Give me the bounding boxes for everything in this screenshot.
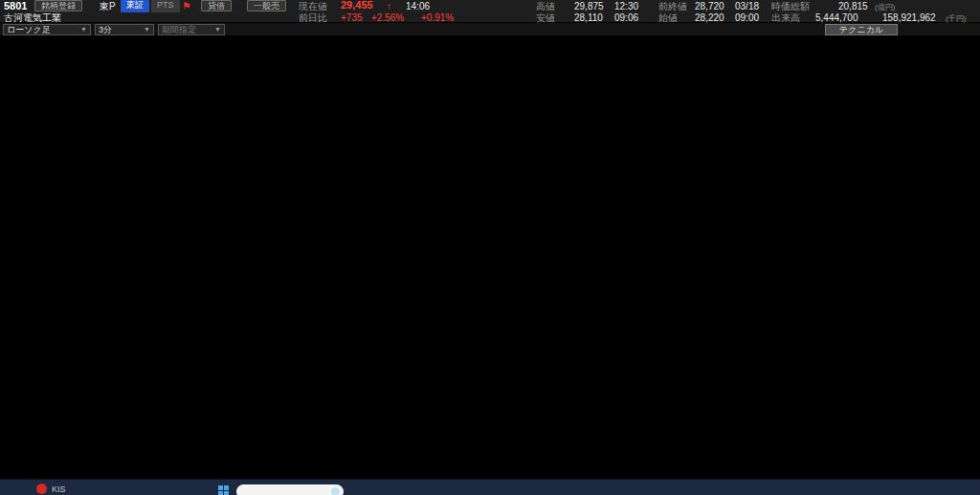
range-value: 期間指定 [162, 25, 196, 34]
high-time: 12:30 [614, 1, 638, 11]
news-flag-icon[interactable]: ⚑ [182, 1, 191, 11]
register-symbol-button[interactable]: 銘柄登録 [34, 0, 82, 11]
change-label: 前日比 [299, 12, 327, 23]
chart-toolbar: ローソク足▼ 3分▼ 期間指定▼ テクニカル [0, 23, 980, 36]
trading-app-window: 5801 銘柄登録 東P 東証 PTS ⚑ 貸借 一般売 現在値 29,455 … [0, 0, 980, 495]
high-label: 高値 [536, 1, 555, 11]
prev-close-date: 03/18 [735, 1, 759, 11]
margin-button[interactable]: 貸借 [201, 0, 232, 11]
open-label: 始値 [658, 12, 678, 23]
exchange-tab-pts[interactable]: PTS [151, 0, 180, 12]
volume-label: 出来高 [771, 12, 800, 23]
indicator-legend [0, 36, 980, 45]
low-value: 28,110 [574, 12, 603, 23]
change-value-pct2: +0.91% [421, 12, 454, 23]
prev-close-value: 28,720 [695, 1, 724, 11]
change-value-pct: +2.56% [371, 12, 404, 23]
chevron-down-icon: ▼ [214, 25, 221, 34]
market-cap-unit: (億円) [875, 2, 895, 12]
open-time: 09:00 [735, 12, 759, 23]
chart-type-value: ローソク足 [7, 25, 51, 34]
market-cap-label: 時価総額 [771, 1, 810, 11]
current-price-time: 14:06 [406, 1, 430, 11]
taskbar-app-label: KIS [52, 484, 66, 494]
stock-code: 5801 [4, 1, 27, 11]
start-button-icon[interactable] [218, 485, 229, 495]
price-chart-canvas[interactable] [0, 45, 980, 479]
interval-select[interactable]: 3分▼ [95, 24, 154, 35]
turnover-value: 158,921,962 [882, 12, 936, 23]
change-value-abs: +735 [341, 12, 363, 23]
volume-value: 5,444,700 [815, 12, 858, 23]
open-value: 28,220 [695, 12, 724, 23]
high-value: 29,875 [574, 1, 604, 11]
chevron-down-icon: ▼ [144, 25, 150, 34]
general-sell-button[interactable]: 一般売 [247, 0, 286, 11]
prev-close-label: 前終値 [658, 1, 687, 11]
exchange-tab-tse[interactable]: 東証 [121, 0, 149, 12]
interval-value: 3分 [99, 25, 112, 34]
quote-header: 5801 銘柄登録 東P 東証 PTS ⚑ 貸借 一般売 現在値 29,455 … [0, 0, 980, 23]
market-cap-value: 20,815 [838, 1, 868, 11]
taskbar-search[interactable] [236, 484, 344, 495]
technical-button[interactable]: テクニカル [825, 24, 898, 35]
stock-name: 古河電気工業 [4, 12, 61, 23]
search-icon [331, 487, 340, 495]
windows-taskbar: KIS [0, 479, 980, 495]
current-price-value: 29,455 [341, 0, 373, 11]
current-price-label: 現在値 [299, 1, 327, 11]
price-up-arrow-icon: ↑ [387, 1, 391, 11]
chart-type-select[interactable]: ローソク足▼ [3, 24, 91, 35]
low-time: 09:06 [614, 12, 638, 23]
chevron-down-icon: ▼ [80, 25, 87, 34]
range-select[interactable]: 期間指定▼ [158, 24, 225, 35]
market-segment: 東P [100, 1, 116, 11]
app-logo-icon[interactable] [36, 484, 47, 494]
low-label: 安値 [536, 12, 555, 23]
